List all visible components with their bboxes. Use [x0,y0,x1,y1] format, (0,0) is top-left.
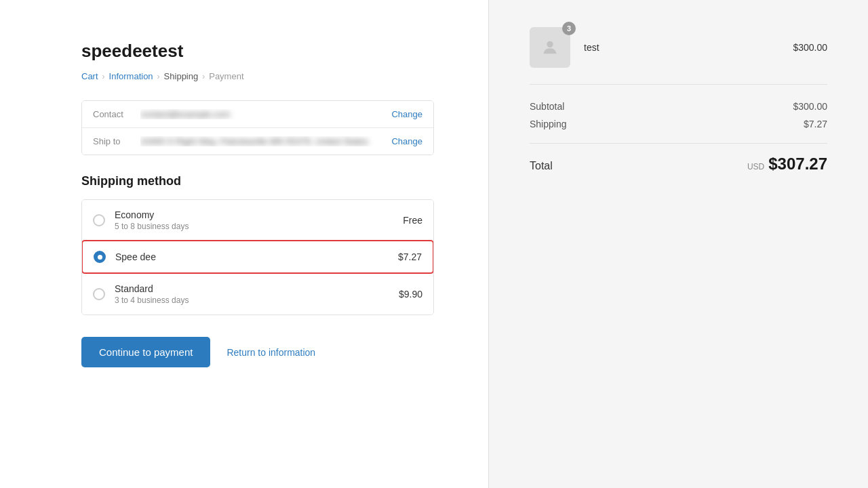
breadcrumb: Cart › Information › Shipping › Payment [81,71,434,81]
summary-divider [530,143,827,144]
shipping-option-standard[interactable]: Standard 3 to 4 business days $9.90 [82,273,433,314]
subtotal-value: $300.00 [793,101,827,112]
summary-rows: Subtotal $300.00 Shipping $7.27 [530,101,827,129]
radio-economy [93,214,105,226]
contact-info-box: Contact contact@example.com Change Ship … [81,100,434,155]
option-days-standard: 3 to 4 business days [115,296,399,305]
option-price-standard: $9.90 [399,289,422,300]
contact-value: contact@example.com [140,109,383,119]
item-price: $300.00 [793,42,827,53]
order-item: 3 test $300.00 [530,27,827,85]
item-quantity-badge: 3 [562,22,576,35]
option-name-speedee: Spee dee [115,251,398,262]
shipto-row: Ship to 10400 S Right Way, Palookaville … [82,127,433,155]
total-row: Total USD $307.27 [530,155,827,174]
svg-point-0 [547,41,553,47]
shipto-value: 10400 S Right Way, Palookaville MN 55379… [140,136,383,146]
subtotal-row: Subtotal $300.00 [530,101,827,112]
breadcrumb-information[interactable]: Information [109,71,153,81]
option-price-speedee: $7.27 [398,251,422,262]
continue-to-payment-button[interactable]: Continue to payment [81,337,210,367]
radio-standard [93,288,105,300]
actions-bar: Continue to payment Return to informatio… [81,337,434,367]
item-name: test [584,42,793,53]
contact-row: Contact contact@example.com Change [82,101,433,127]
shipping-value: $7.27 [804,119,827,129]
breadcrumb-shipping: Shipping [164,71,199,81]
option-name-standard: Standard [115,283,399,294]
total-amount: $307.27 [768,155,827,174]
store-title: speedeetest [81,41,434,62]
contact-label: Contact [93,109,140,119]
contact-change-link[interactable]: Change [391,109,422,119]
breadcrumb-cart[interactable]: Cart [81,71,98,81]
breadcrumb-sep-1: › [102,72,105,81]
order-summary-panel: 3 test $300.00 Subtotal $300.00 Shipping… [488,0,868,488]
shipto-change-link[interactable]: Change [391,136,422,146]
return-to-information-link[interactable]: Return to information [226,347,315,358]
shipping-options-list: Economy 5 to 8 business days Free Spee d… [81,199,434,315]
option-info-speedee: Spee dee [115,251,398,262]
shipto-label: Ship to [93,136,140,146]
option-info-economy: Economy 5 to 8 business days [115,209,403,231]
shipping-method-title: Shipping method [81,174,434,188]
shipping-option-economy[interactable]: Economy 5 to 8 business days Free [82,200,433,241]
option-days-economy: 5 to 8 business days [115,222,403,231]
shipping-row: Shipping $7.27 [530,119,827,129]
option-price-economy: Free [403,215,422,226]
shipping-option-speedee[interactable]: Spee dee $7.27 [81,240,434,274]
subtotal-label: Subtotal [530,101,564,112]
radio-speedee [94,251,106,263]
option-name-economy: Economy [115,209,403,220]
total-currency: USD [747,162,764,171]
option-info-standard: Standard 3 to 4 business days [115,283,399,305]
breadcrumb-payment: Payment [209,71,243,81]
shipping-label: Shipping [530,119,567,129]
item-image-wrap: 3 [530,27,570,68]
breadcrumb-sep-2: › [157,72,160,81]
total-label: Total [530,160,553,172]
total-price-wrap: USD $307.27 [747,155,827,174]
breadcrumb-sep-3: › [202,72,205,81]
